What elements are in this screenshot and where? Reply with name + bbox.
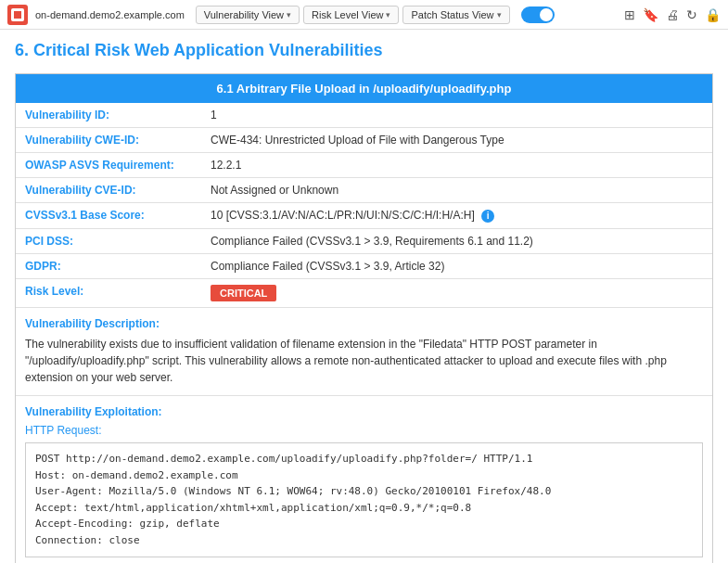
- vulnerability-view-menu[interactable]: Vulnerability View ▾: [196, 6, 300, 24]
- lock-icon[interactable]: 🔒: [705, 7, 721, 22]
- table-row: Risk Level: CRITICAL: [16, 279, 712, 308]
- description-title: Vulnerability Description:: [25, 317, 703, 330]
- chevron-down-icon: ▾: [497, 10, 502, 19]
- toggle-knob: [540, 8, 553, 21]
- description-text: The vulnerability exists due to insuffic…: [25, 336, 703, 386]
- http-request-line: Connection: close: [35, 532, 693, 549]
- field-label: OWASP ASVS Requirement:: [16, 153, 201, 178]
- table-row: OWASP ASVS Requirement: 12.2.1: [16, 153, 712, 178]
- field-value: CWE-434: Unrestricted Upload of File wit…: [201, 128, 712, 153]
- vulnerability-section: 6.1 Arbitrary File Upload in /uploadify/…: [15, 73, 713, 563]
- table-row: CVSSv3.1 Base Score: 10 [CVSS:3.1/AV:N/A…: [16, 203, 712, 229]
- field-value: 10 [CVSS:3.1/AV:N/AC:L/PR:N/UI:N/S:C/C:H…: [201, 203, 712, 229]
- field-value: Compliance Failed (CVSSv3.1 > 3.9, Requi…: [201, 229, 712, 254]
- http-request-line: Accept: text/html,application/xhtml+xml,…: [35, 500, 693, 517]
- page-title: 6. Critical Risk Web Application Vulnera…: [15, 41, 713, 60]
- http-request-line: User-Agent: Mozilla/5.0 (Windows NT 6.1;…: [35, 483, 693, 500]
- table-row: Vulnerability ID: 1: [16, 103, 712, 128]
- field-label: CVSSv3.1 Base Score:: [16, 203, 201, 229]
- field-label: Vulnerability CVE-ID:: [16, 178, 201, 203]
- critical-badge: CRITICAL: [211, 285, 276, 301]
- table-row: Vulnerability CVE-ID: Not Assigned or Un…: [16, 178, 712, 203]
- bookmark-icon[interactable]: 🔖: [643, 7, 658, 22]
- exploitation-section: Vulnerability Exploitation: HTTP Request…: [16, 396, 712, 563]
- table-row: PCI DSS: Compliance Failed (CVSSv3.1 > 3…: [16, 229, 712, 254]
- refresh-icon[interactable]: ↻: [686, 7, 697, 22]
- section-header: 6.1 Arbitrary File Upload in /uploadify/…: [16, 74, 712, 103]
- app-logo: [7, 5, 28, 25]
- info-table: Vulnerability ID: 1 Vulnerability CWE-ID…: [16, 103, 712, 308]
- field-value: Compliance Failed (CVSSv3.1 > 3.9, Artic…: [201, 254, 712, 279]
- http-request-box[interactable]: POST http://on-demand.demo2.example.com/…: [25, 442, 703, 557]
- field-label: Vulnerability CWE-ID:: [16, 128, 201, 153]
- http-request-line: Accept-Encoding: gzip, deflate: [35, 516, 693, 532]
- risk-level-cell: CRITICAL: [201, 279, 712, 308]
- chevron-down-icon: ▾: [287, 10, 291, 19]
- patch-status-view-menu[interactable]: Patch Status View ▾: [402, 6, 509, 24]
- risk-level-view-menu[interactable]: Risk Level View ▾: [303, 6, 399, 24]
- domain-label: on-demand.demo2.example.com: [35, 9, 185, 20]
- http-request-label: HTTP Request:: [25, 424, 703, 437]
- main-content: 6. Critical Risk Web Application Vulnera…: [0, 30, 728, 563]
- field-label: GDPR:: [16, 254, 201, 279]
- field-label: Vulnerability ID:: [16, 103, 201, 128]
- http-request-line: Host: on-demand.demo2.example.com: [35, 467, 693, 484]
- description-section: Vulnerability Description: The vulnerabi…: [16, 308, 712, 396]
- table-row: Vulnerability CWE-ID: CWE-434: Unrestric…: [16, 128, 712, 153]
- view-toggle[interactable]: [521, 6, 555, 23]
- print-icon[interactable]: 🖨: [666, 7, 679, 22]
- exploitation-title: Vulnerability Exploitation:: [25, 405, 703, 418]
- field-label: PCI DSS:: [16, 229, 201, 254]
- topbar-nav: Vulnerability View ▾ Risk Level View ▾ P…: [196, 6, 624, 24]
- field-value: 1: [201, 103, 712, 128]
- field-label: Risk Level:: [16, 279, 201, 308]
- table-row: GDPR: Compliance Failed (CVSSv3.1 > 3.9,…: [16, 254, 712, 279]
- topbar: on-demand.demo2.example.com Vulnerabilit…: [0, 0, 728, 30]
- http-request-line: POST http://on-demand.demo2.example.com/…: [35, 451, 693, 467]
- topbar-icons: ⊞ 🔖 🖨 ↻ 🔒: [624, 7, 721, 22]
- field-value: 12.2.1: [201, 153, 712, 178]
- field-value: Not Assigned or Unknown: [201, 178, 712, 203]
- grid-icon[interactable]: ⊞: [624, 7, 635, 22]
- info-icon[interactable]: i: [481, 210, 494, 223]
- chevron-down-icon: ▾: [386, 10, 390, 19]
